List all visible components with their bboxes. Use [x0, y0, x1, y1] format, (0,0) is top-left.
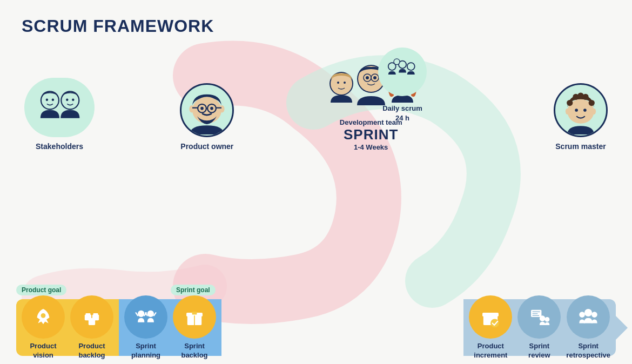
product-owner-item: Product owner	[174, 83, 239, 151]
product-increment-item: Product increment	[469, 295, 512, 360]
daily-scrum-label: Daily scrum 24 h	[382, 104, 422, 123]
product-owner-label: Product owner	[180, 141, 233, 151]
stakeholders-item: Stakeholders	[16, 78, 103, 151]
svg-point-44	[567, 100, 573, 106]
svg-point-48	[577, 92, 583, 98]
svg-point-11	[52, 98, 54, 100]
svg-point-13	[62, 92, 78, 109]
arrow-tip	[616, 316, 628, 340]
sprint-planning-circle	[124, 295, 167, 339]
svg-point-9	[42, 92, 58, 109]
stakeholders-avatar	[24, 78, 95, 137]
sprint-weeks-label: 1-4 Weeks	[340, 143, 402, 151]
sprint-planning-item: Sprint planning	[124, 295, 167, 360]
daily-scrum-area: Daily scrum 24 h	[378, 48, 427, 123]
svg-point-81	[591, 312, 597, 318]
svg-point-34	[373, 76, 376, 79]
svg-point-1	[389, 63, 395, 69]
stakeholders-label: Stakeholders	[36, 141, 83, 151]
svg-point-63	[147, 310, 154, 316]
svg-point-5	[408, 63, 414, 69]
daily-scrum-avatar	[378, 48, 427, 96]
sprint-planning-label: Sprint planning	[131, 342, 160, 360]
svg-point-45	[589, 100, 595, 106]
svg-point-3	[399, 61, 406, 68]
svg-point-50	[592, 108, 596, 114]
sprint-main-label: SPRINT	[340, 126, 402, 143]
sprint-retrospective-circle	[567, 295, 610, 339]
retro-team-icon	[576, 305, 600, 329]
svg-point-33	[366, 76, 369, 79]
sprint-review-label: Sprint review	[528, 342, 550, 360]
sprint-retrospective-label: Sprint retrospective	[566, 342, 610, 360]
team-icon	[134, 305, 158, 329]
sprint-retrospective-item: Sprint retrospective	[566, 295, 610, 360]
box-icon	[183, 305, 206, 329]
svg-point-7	[394, 59, 400, 64]
product-owner-icon	[183, 86, 231, 134]
svg-point-26	[211, 107, 214, 110]
svg-point-15	[72, 98, 74, 100]
sprint-review-circle	[517, 295, 561, 339]
sprint-goal-tag: Sprint goal	[171, 285, 216, 295]
svg-point-29	[337, 82, 339, 84]
product-owner-avatar	[180, 83, 234, 137]
product-backlog-circle	[70, 295, 113, 339]
svg-line-65	[154, 313, 156, 315]
product-vision-label: Product vision	[30, 342, 56, 360]
scrum-master-label: Scrum master	[555, 141, 606, 151]
svg-rect-71	[482, 313, 499, 316]
boxes-icon	[80, 305, 104, 329]
svg-point-51	[575, 109, 578, 112]
svg-point-49	[566, 108, 569, 114]
scrum-master-item: Scrum master	[546, 83, 616, 151]
svg-point-14	[66, 98, 68, 100]
scrum-master-avatar	[554, 83, 608, 137]
svg-point-60	[138, 310, 144, 316]
sprint-backlog-label: Sprint backlog	[181, 342, 207, 360]
svg-point-72	[490, 319, 499, 327]
svg-rect-57	[93, 313, 98, 315]
svg-rect-68	[192, 312, 197, 314]
daily-scrum-icon	[384, 57, 421, 87]
check-box-icon	[479, 305, 502, 329]
product-increment-circle	[469, 295, 512, 339]
product-vision-item: Product vision	[22, 295, 65, 360]
scrum-master-icon	[556, 86, 605, 134]
svg-rect-59	[90, 318, 95, 320]
svg-point-77	[540, 315, 546, 321]
rocket-icon	[31, 305, 55, 329]
svg-point-79	[584, 309, 592, 316]
svg-point-80	[579, 312, 585, 318]
svg-point-25	[201, 107, 204, 110]
stakeholders-icon	[30, 83, 89, 132]
product-backlog-item: Product backlog	[70, 295, 113, 360]
svg-line-64	[145, 313, 147, 315]
product-goal-tag: Product goal	[16, 285, 66, 295]
svg-point-78	[545, 317, 550, 322]
product-vision-circle	[22, 295, 65, 339]
svg-point-52	[583, 109, 587, 112]
page-container: SCRUM FRAMEWORK	[0, 0, 632, 364]
svg-point-53	[41, 313, 46, 318]
sprint-backlog-item: Sprint backlog	[173, 295, 216, 360]
product-increment-label: Product increment	[474, 342, 507, 360]
svg-rect-55	[86, 313, 91, 315]
sprint-review-item: Sprint review	[517, 295, 561, 360]
product-backlog-label: Product backlog	[78, 342, 105, 360]
svg-point-10	[46, 98, 48, 100]
review-team-icon	[527, 305, 551, 329]
svg-point-19	[192, 97, 221, 124]
svg-line-61	[136, 313, 138, 315]
sprint-backlog-circle	[173, 295, 216, 339]
svg-point-30	[344, 82, 346, 84]
